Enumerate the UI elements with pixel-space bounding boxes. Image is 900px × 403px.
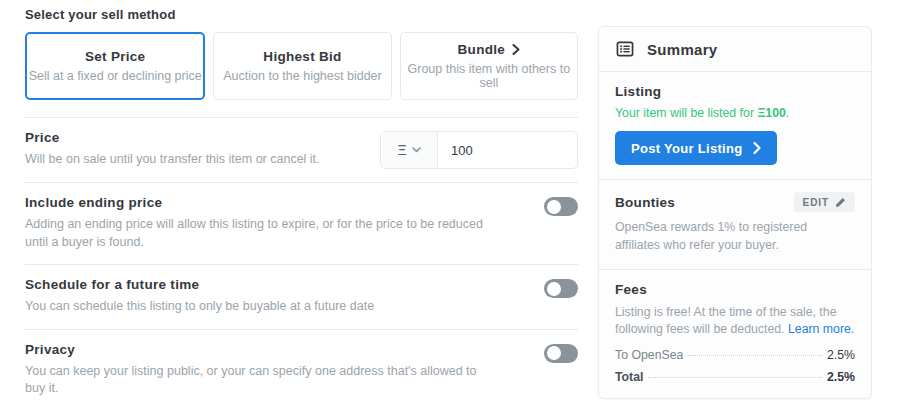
chevron-down-icon (412, 147, 421, 153)
summary-list-icon (616, 40, 634, 58)
edit-bounty-button[interactable]: EDIT (794, 192, 855, 212)
card-subtitle: Group this item with others to sell (401, 62, 577, 90)
fees-heading: Fees (615, 282, 855, 297)
listing-amount: Ξ100 (757, 106, 785, 120)
fees-description: Listing is free! At the time of the sale… (615, 304, 855, 340)
fee-row-opensea: To OpenSea 2.5% (615, 348, 855, 362)
bounties-description: OpenSea rewards 1% to registered affilia… (615, 219, 855, 255)
fee-row-total: Total 2.5% (615, 370, 855, 384)
schedule-title: Schedule for a future time (25, 277, 374, 292)
learn-more-link[interactable]: Learn more. (788, 322, 854, 336)
dotted-leader (688, 355, 822, 356)
fees-section: Fees Listing is free! At the time of the… (599, 270, 871, 399)
ending-price-section: Include ending price Adding an ending pr… (25, 182, 578, 264)
sell-method-label: Select your sell method (25, 7, 578, 22)
privacy-toggle[interactable] (544, 344, 578, 363)
card-title: Set Price (85, 49, 145, 64)
price-section: Price Will be on sale until you transfer… (25, 117, 578, 182)
summary-panel: Summary Listing Your item will be listed… (598, 26, 872, 399)
post-listing-button[interactable]: Post Your Listing (615, 131, 777, 165)
privacy-section: Privacy You can keep your listing public… (25, 329, 578, 403)
schedule-section: Schedule for a future time You can sched… (25, 264, 578, 329)
card-title: Bundle (458, 42, 506, 57)
price-amount-input[interactable] (438, 132, 577, 168)
listing-section: Listing Your item will be listed for Ξ10… (599, 72, 871, 180)
summary-header: Summary (599, 27, 871, 72)
summary-title: Summary (647, 41, 717, 58)
listing-heading: Listing (615, 84, 855, 99)
ending-price-description: Adding an ending price will allow this l… (25, 216, 499, 251)
sell-method-card-set-price[interactable]: Set Price Sell at a fixed or declining p… (25, 32, 205, 100)
chevron-right-icon (753, 142, 761, 154)
card-title: Highest Bid (263, 49, 341, 64)
bounties-heading: Bounties (615, 195, 675, 210)
price-title: Price (25, 130, 320, 145)
dotted-leader (648, 377, 822, 378)
sell-method-cards: Set Price Sell at a fixed or declining p… (25, 32, 578, 100)
currency-selector[interactable]: Ξ (381, 132, 438, 168)
sell-method-card-highest-bid[interactable]: Highest Bid Auction to the highest bidde… (213, 32, 391, 100)
eth-currency-icon: Ξ (397, 142, 406, 158)
sell-settings-column: Select your sell method Set Price Sell a… (25, 7, 578, 403)
ending-price-toggle[interactable] (544, 197, 578, 216)
pencil-icon (835, 197, 846, 208)
schedule-description: You can schedule this listing to only be… (25, 298, 374, 316)
ending-price-title: Include ending price (25, 195, 499, 210)
privacy-title: Privacy (25, 342, 499, 357)
listing-message: Your item will be listed for Ξ100. (615, 106, 855, 120)
bounties-section: Bounties EDIT OpenSea rewards 1% to regi… (599, 180, 871, 270)
chevron-right-icon (512, 44, 520, 55)
price-input-group: Ξ (380, 131, 578, 169)
privacy-description: You can keep your listing public, or you… (25, 363, 499, 398)
card-subtitle: Auction to the highest bidder (223, 69, 381, 83)
card-subtitle: Sell at a fixed or declining price (29, 69, 202, 83)
sell-method-card-bundle[interactable]: Bundle Group this item with others to se… (400, 32, 578, 100)
price-description: Will be on sale until you transfer this … (25, 151, 320, 169)
schedule-toggle[interactable] (544, 279, 578, 298)
